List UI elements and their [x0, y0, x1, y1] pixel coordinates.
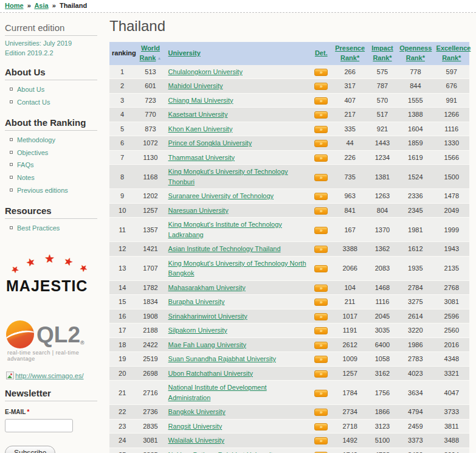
university-link[interactable]: King Mongkut's Institute of Technology L…	[168, 221, 282, 238]
ql2-wordmark: QL2®	[36, 323, 85, 346]
sidebar-link[interactable]: Best Practices	[17, 224, 60, 232]
university-link[interactable]: Srinakharinwirot University	[168, 313, 247, 320]
openness-rank-cell: 1619	[397, 150, 433, 165]
column-header-link[interactable]: Impact Rank*	[371, 44, 393, 61]
university-link[interactable]: Chulalongkorn University	[168, 68, 243, 75]
university-link[interactable]: Prince of Songkla University	[168, 139, 252, 147]
university-cell: National Institute of Development Admini…	[166, 381, 311, 405]
university-link[interactable]: Naresuan University	[168, 207, 229, 214]
university-cell: Ubon Ratchathani University	[166, 366, 311, 381]
university-link[interactable]: Silpakorn University	[168, 327, 227, 334]
det-badge-icon[interactable]: »	[314, 174, 328, 181]
about-us-heading: About Us	[5, 67, 97, 80]
university-link[interactable]: Asian Institute of Technology Thailand	[168, 245, 281, 252]
column-header-impact-rank: Impact Rank*	[368, 42, 397, 65]
sidebar-link[interactable]: Notes	[17, 174, 35, 181]
det-badge-icon[interactable]: »	[314, 265, 328, 272]
university-link[interactable]: Mahasarakham University	[168, 284, 246, 291]
table-row: 4770Kasetsart University»21751713881266	[109, 108, 469, 122]
presence-rank-cell: 104	[332, 280, 367, 295]
university-link[interactable]: Mae Fah Luang University	[168, 341, 246, 348]
university-link[interactable]: King Mongkut's University of Technology …	[168, 168, 288, 185]
scimago-link[interactable]: http://www.scimago.es/	[15, 372, 84, 379]
det-badge-icon[interactable]: »	[314, 409, 328, 416]
det-badge-icon[interactable]: »	[314, 69, 328, 76]
sidebar-list-item: Best Practices	[10, 222, 103, 235]
edition-version-link[interactable]: Edition 2019.2.2	[5, 49, 103, 58]
world-rank-cell: 873	[135, 122, 165, 136]
star-icon: ★	[9, 263, 22, 276]
det-badge-icon[interactable]: »	[314, 313, 328, 320]
det-badge-icon[interactable]: »	[314, 207, 328, 215]
sort-asc-icon: ▲	[157, 56, 161, 60]
det-badge-icon[interactable]: »	[314, 342, 328, 349]
det-badge-icon[interactable]: »	[314, 437, 328, 444]
ranking-cell: 15	[109, 295, 135, 309]
university-link[interactable]: Burapha University	[168, 298, 225, 305]
sidebar-link[interactable]: Previous editions	[17, 187, 68, 194]
current-edition-link[interactable]: Universities: July 2019	[5, 39, 103, 49]
column-header-link[interactable]: Excellence Rank*	[436, 44, 471, 61]
university-link[interactable]: Khon Kaen University	[168, 125, 233, 133]
world-rank-cell: 1202	[135, 189, 165, 204]
det-badge-icon[interactable]: »	[314, 390, 328, 397]
university-link[interactable]: Thammasat University	[168, 154, 235, 161]
university-link[interactable]: King Mongkut's University of Technology …	[168, 260, 306, 277]
det-badge-icon[interactable]: »	[314, 246, 328, 253]
sidebar-link[interactable]: FAQs	[17, 161, 34, 168]
university-link[interactable]: Rangsit University	[168, 423, 222, 430]
breadcrumb-asia-link[interactable]: Asia	[34, 2, 48, 9]
university-cell: Mahasarakham University	[166, 280, 311, 295]
openness-rank-cell: 1604	[397, 122, 433, 136]
majestic-logo[interactable]: ★ ★ ★ ★ ★ MAJESTIC	[6, 251, 97, 295]
breadcrumb-home-link[interactable]: Home	[5, 2, 24, 9]
university-link[interactable]: Suranaree University of Technology	[168, 192, 274, 199]
column-header-link[interactable]: Openness Rank*	[399, 44, 432, 61]
det-badge-icon[interactable]: »	[314, 140, 328, 147]
det-badge-icon[interactable]: »	[314, 227, 328, 234]
university-link[interactable]: Mahidol University	[168, 82, 223, 89]
sidebar-link[interactable]: Objectives	[17, 149, 48, 156]
det-badge-icon[interactable]: »	[314, 83, 328, 90]
det-cell: »	[310, 352, 332, 367]
column-header-link[interactable]: Det.	[315, 49, 328, 57]
sidebar-link[interactable]: Contact Us	[17, 99, 50, 106]
det-badge-icon[interactable]: »	[314, 193, 328, 200]
det-badge-icon[interactable]: »	[314, 111, 328, 119]
university-link[interactable]: Ubon Ratchathani University	[168, 370, 253, 377]
sidebar-link[interactable]: About Us	[17, 86, 44, 93]
sidebar-link[interactable]: Methodology	[17, 136, 55, 144]
det-cell: »	[310, 122, 332, 136]
excellence-rank-cell: 1116	[434, 122, 469, 136]
university-link[interactable]: National Institute of Development Admini…	[168, 384, 267, 401]
det-badge-icon[interactable]: »	[314, 327, 328, 334]
column-header-link[interactable]: Presence Rank*	[335, 44, 365, 61]
university-link[interactable]: Chiang Mai University	[168, 97, 233, 104]
det-badge-icon[interactable]: »	[314, 356, 328, 363]
excellence-rank-cell: 3994	[434, 448, 469, 453]
presence-rank-cell: 2612	[332, 337, 367, 352]
excellence-rank-cell: 676	[434, 79, 469, 94]
det-badge-icon[interactable]: »	[314, 370, 328, 378]
world-rank-cell: 770	[135, 108, 165, 122]
det-badge-icon[interactable]: »	[314, 423, 328, 431]
ql2-logo[interactable]: QL2® real-time search | real-time advant…	[6, 320, 103, 362]
presence-rank-cell: 1009	[332, 352, 367, 367]
university-link[interactable]: Kasetsart University	[168, 111, 228, 118]
impact-rank-cell: 787	[368, 79, 397, 94]
subscribe-button[interactable]: Subscribe	[5, 446, 55, 453]
det-badge-icon[interactable]: »	[314, 154, 328, 162]
column-header-link[interactable]: University	[168, 49, 201, 57]
excellence-rank-cell: 1266	[434, 108, 469, 122]
det-badge-icon[interactable]: »	[314, 126, 328, 133]
university-link[interactable]: Bangkok University	[168, 408, 226, 415]
det-badge-icon[interactable]: »	[314, 285, 328, 292]
presence-rank-cell: 226	[332, 150, 367, 165]
email-field[interactable]	[5, 419, 73, 432]
impact-rank-cell: 1234	[368, 150, 397, 165]
university-link[interactable]: Suan Sunandha Rajabhat University	[168, 355, 276, 362]
det-badge-icon[interactable]: »	[314, 299, 328, 306]
impact-rank-cell: 921	[368, 122, 397, 136]
university-link[interactable]: Walailak University	[168, 437, 225, 444]
det-badge-icon[interactable]: »	[314, 97, 328, 105]
